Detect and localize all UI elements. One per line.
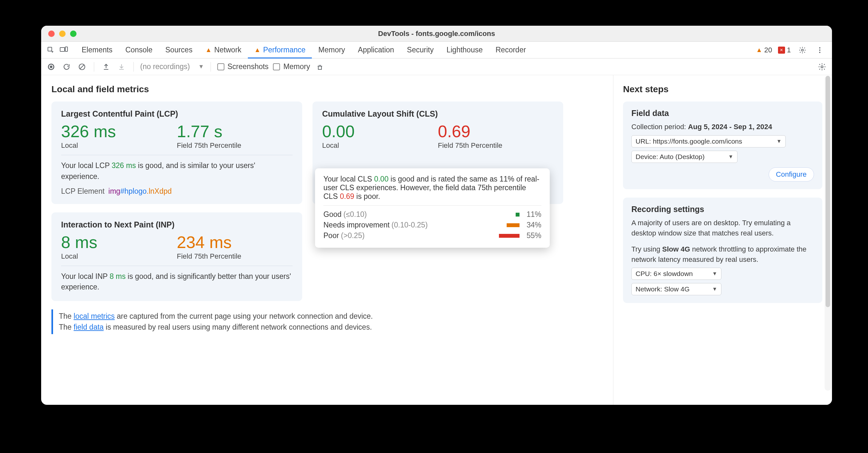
record-button[interactable] [45,61,57,72]
dist-bar [507,223,520,227]
kebab-menu-icon[interactable] [814,44,826,56]
tab-lighthouse[interactable]: Lighthouse [440,42,489,59]
field-data-link[interactable]: field data [73,323,103,331]
tab-elements[interactable]: Elements [75,42,119,59]
warning-icon: ▲ [206,46,212,54]
tab-console[interactable]: Console [119,42,159,59]
warn-count: 20 [764,46,772,54]
tab-label: Application [358,45,394,54]
inp-summary: Your local INP 8 ms is good, and is sign… [61,271,292,293]
clear-icon[interactable] [76,61,88,72]
close-window-icon[interactable] [48,31,55,37]
tab-security[interactable]: Security [401,42,440,59]
url-select[interactable]: URL: https://fonts.google.com/icons ▼ [631,135,786,148]
recording-para2: Try using Slow 4G network throttling to … [631,244,814,265]
issues-error-badge[interactable]: × 1 [778,46,791,54]
checkbox-icon [273,63,280,70]
minimize-window-icon[interactable] [59,31,66,37]
traffic-lights [41,31,76,37]
issues-warn-badge[interactable]: ▲ 20 [756,46,772,54]
cls-tooltip: Your local CLS 0.00 is good and is rated… [315,168,550,248]
side-panel: Next steps Field data Collection period:… [613,75,832,405]
separator [94,62,94,72]
tab-list: ElementsConsoleSources▲Network▲Performan… [75,42,532,58]
recording-settings-card: Recording settings A majority of users a… [623,198,823,303]
tab-application[interactable]: Application [351,42,401,59]
upload-icon[interactable] [101,61,112,72]
lcp-element-label: LCP Element [61,187,104,196]
recording-title: Recording settings [631,205,814,214]
recordings-dropdown[interactable]: (no recordings) ▼ [140,62,204,71]
metric-card-inp: Interaction to Next Paint (INP) 8 ms Loc… [52,213,302,301]
cls-local-value: 0.00 [322,122,438,141]
settings-icon[interactable] [797,44,808,56]
tab-network[interactable]: ▲Network [199,42,248,59]
local-metrics-link[interactable]: local metrics [73,312,115,320]
tab-sources[interactable]: Sources [159,42,199,59]
chevron-down-icon: ▼ [728,154,733,160]
maximize-window-icon[interactable] [70,31,76,37]
memory-checkbox[interactable]: Memory [273,62,310,71]
titlebar: DevTools - fonts.google.com/icons [41,26,832,42]
dist-row: Good(≤0.10)11% [323,210,541,219]
gc-icon[interactable] [314,61,326,72]
lcp-title: Largest Contentful Paint (LCP) [61,109,292,119]
cls-field-value: 0.69 [438,122,554,141]
dist-pct: 55% [524,231,541,240]
network-select[interactable]: Network: Slow 4G ▼ [631,283,721,295]
svg-point-6 [819,52,820,53]
download-icon[interactable] [116,61,127,72]
recordings-label: (no recordings) [140,62,190,71]
lcp-element-row[interactable]: LCP Element img#hplogo.lnXdpd [61,187,292,196]
tab-recorder[interactable]: Recorder [489,42,533,59]
field-data-title: Field data [631,108,814,118]
dist-range: (>0.25) [341,231,365,240]
panel-tabs-bar: ElementsConsoleSources▲Network▲Performan… [41,42,832,59]
dist-row: Poor(>0.25)55% [323,231,541,240]
main-panel: Local and field metrics Largest Contentf… [41,75,613,405]
inp-title: Interaction to Next Paint (INP) [61,220,292,229]
chevron-down-icon: ▼ [712,271,717,277]
tab-performance[interactable]: ▲Performance [248,42,312,59]
dist-label: Good [323,210,341,219]
chevron-down-icon: ▼ [712,286,717,292]
cls-local-label: Local [322,141,438,150]
devtools-window: DevTools - fonts.google.com/icons Elemen… [41,26,832,405]
reload-record-icon[interactable] [61,61,72,72]
footer-note: The local metrics are captured from the … [52,310,603,334]
tab-label: Console [125,45,152,54]
recording-para1: A majority of users are on desktop. Try … [631,218,814,238]
content-area: Local and field metrics Largest Contentf… [41,75,832,405]
screenshots-checkbox[interactable]: Screenshots [217,62,269,71]
svg-point-3 [802,49,803,51]
inp-local-value: 8 ms [61,233,177,252]
inp-field-label: Field 75th Percentile [177,252,292,261]
cls-tooltip-text: Your local CLS 0.00 is good and is rated… [323,175,541,201]
cls-field-label: Field 75th Percentile [438,141,554,150]
lcp-local-label: Local [61,141,177,150]
device-toolbar-icon[interactable] [58,44,69,56]
dist-bar [499,234,520,238]
collection-period: Collection period: Aug 5, 2024 - Sep 1, … [631,122,814,132]
scrollbar-thumb[interactable] [826,76,830,307]
svg-rect-2 [65,47,67,52]
scrollbar[interactable] [825,76,831,391]
svg-rect-8 [318,66,321,69]
dist-range: (≤0.10) [343,210,367,219]
inp-local-label: Local [61,252,177,261]
dist-bar [516,213,520,217]
divider [61,155,292,155]
tab-memory[interactable]: Memory [312,42,351,59]
configure-button[interactable]: Configure [769,167,814,182]
cpu-select[interactable]: CPU: 6× slowdown ▼ [631,268,721,280]
warning-icon: ▲ [756,46,762,54]
lcp-field-value: 1.77 s [177,122,292,141]
device-select[interactable]: Device: Auto (Desktop) ▼ [631,151,738,163]
capture-settings-icon[interactable] [816,61,828,72]
chevron-down-icon: ▼ [198,63,204,70]
svg-rect-1 [60,47,65,52]
dist-row: Needs improvement(0.10-0.25)34% [323,221,541,229]
window-title: DevTools - fonts.google.com/icons [41,30,832,38]
inspect-element-icon[interactable] [45,44,57,56]
field-data-card: Field data Collection period: Aug 5, 202… [623,101,823,189]
